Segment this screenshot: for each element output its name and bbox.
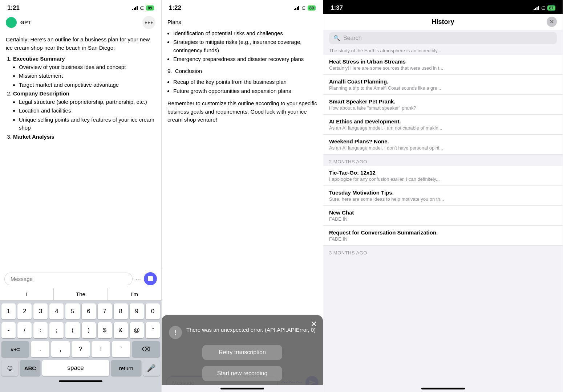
key-abc[interactable]: ABC bbox=[20, 360, 40, 376]
key-question[interactable]: ? bbox=[72, 341, 90, 357]
truncated-item[interactable]: The study of the Earth's atmosphere is a… bbox=[323, 46, 563, 55]
close-history-button[interactable]: ✕ bbox=[547, 17, 557, 27]
battery-badge-2: 89 bbox=[308, 5, 316, 11]
bottom-row: ☺ ABC space return 🎤 bbox=[1, 360, 160, 376]
key-dollar[interactable]: $ bbox=[98, 322, 112, 338]
section-2: Company Description Legal structure (sol… bbox=[13, 90, 155, 132]
list-item: Recap of the key points from the busines… bbox=[173, 78, 317, 86]
dots-button[interactable]: ··· bbox=[135, 275, 141, 283]
item-preview: I apologize for any confusion earlier. I… bbox=[329, 176, 557, 182]
home-bar-1 bbox=[0, 377, 161, 385]
status-bar-1: 1:21 ∈ 89 bbox=[0, 0, 161, 14]
suggestion-1[interactable]: I bbox=[0, 288, 54, 300]
history-list: The study of the Earth's atmosphere is a… bbox=[323, 46, 563, 385]
list-item: Strategies to mitigate risks (e.g., insu… bbox=[173, 38, 317, 54]
key-comma[interactable]: , bbox=[51, 341, 70, 357]
key-1[interactable]: 1 bbox=[1, 303, 16, 319]
status-time-3: 1:37 bbox=[331, 4, 343, 12]
key-slash[interactable]: / bbox=[17, 322, 32, 338]
search-bar[interactable]: 🔍 Search bbox=[329, 32, 557, 44]
key-colon[interactable]: : bbox=[33, 322, 48, 338]
key-amp[interactable]: & bbox=[114, 322, 128, 338]
key-hash[interactable]: #+= bbox=[1, 341, 29, 357]
gpt-avatar bbox=[6, 17, 17, 28]
message-input-1[interactable] bbox=[4, 273, 133, 285]
item-title: Weekend Plans? None. bbox=[329, 138, 557, 144]
signal-bar bbox=[297, 7, 298, 10]
key-period[interactable]: . bbox=[31, 341, 49, 357]
chat-content-1: Certainly! Here's an outline for a busin… bbox=[0, 31, 161, 269]
chat-header-1: GPT ••• bbox=[0, 14, 161, 31]
history-item[interactable]: Request for Conversation Summarization. … bbox=[323, 226, 563, 246]
key-7[interactable]: 7 bbox=[98, 303, 112, 319]
section-1-items: Overview of your business idea and conce… bbox=[13, 63, 155, 89]
key-3[interactable]: 3 bbox=[33, 303, 48, 319]
key-mic[interactable]: 🎤 bbox=[143, 360, 160, 376]
key-2[interactable]: 2 bbox=[17, 303, 32, 319]
history-item[interactable]: Heat Stress in Urban Streams Certainly! … bbox=[323, 55, 563, 75]
key-semicolon[interactable]: ; bbox=[49, 322, 64, 338]
status-bar-3: 1:37 ∈ 87 bbox=[323, 0, 563, 14]
error-content: ! There was an unexpected error. (API.AP… bbox=[169, 326, 316, 339]
key-at[interactable]: @ bbox=[130, 322, 144, 338]
history-item[interactable]: Smart Speaker Pet Prank. How about a fak… bbox=[323, 95, 563, 115]
key-8[interactable]: 8 bbox=[114, 303, 128, 319]
key-return[interactable]: return bbox=[111, 360, 141, 376]
history-title: History bbox=[339, 18, 547, 26]
error-overlay: ✕ ! There was an unexpected error. (API.… bbox=[162, 315, 323, 392]
item-preview: Planning a trip to the Amalfi Coast soun… bbox=[329, 85, 557, 91]
key-5[interactable]: 5 bbox=[65, 303, 80, 319]
item-preview: As an AI language model, I don't have pe… bbox=[329, 145, 557, 151]
list-item: Emergency preparedness and disaster reco… bbox=[173, 55, 317, 64]
signal-bar bbox=[137, 6, 138, 10]
key-lparen[interactable]: ( bbox=[65, 322, 80, 338]
key-rparen[interactable]: ) bbox=[82, 322, 96, 338]
suggestion-3[interactable]: I'm bbox=[108, 288, 161, 300]
history-item[interactable]: Amalfi Coast Planning. Planning a trip t… bbox=[323, 75, 563, 95]
key-space[interactable]: space bbox=[42, 360, 109, 376]
key-apostrophe[interactable]: ' bbox=[112, 341, 130, 357]
list-item: Location and facilities bbox=[19, 107, 155, 115]
key-emoji[interactable]: ☺ bbox=[1, 360, 18, 376]
key-delete[interactable]: ⌫ bbox=[132, 341, 160, 357]
history-item[interactable]: Tuesday Motivation Tips. Sure, here are … bbox=[323, 186, 563, 206]
wifi-icon-2: ∈ bbox=[301, 5, 305, 11]
item-title: Amalfi Coast Planning. bbox=[329, 78, 557, 85]
key-9[interactable]: 9 bbox=[130, 303, 144, 319]
signal-bar bbox=[298, 6, 299, 10]
history-item[interactable]: New Chat FADE IN: bbox=[323, 206, 563, 226]
signal-bars-1 bbox=[132, 6, 138, 10]
signal-bar bbox=[534, 9, 535, 10]
panel-1: 1:21 ∈ 89 GPT ••• Certainly! Here's an o… bbox=[0, 0, 162, 392]
stop-button[interactable] bbox=[144, 272, 157, 285]
signal-bar bbox=[538, 6, 539, 10]
item-preview: FADE IN: bbox=[329, 216, 557, 222]
key-6[interactable]: 6 bbox=[82, 303, 96, 319]
key-exclaim[interactable]: ! bbox=[92, 341, 110, 357]
history-item[interactable]: Tic-Tac-Go: 12x12 I apologize for any co… bbox=[323, 166, 563, 186]
signal-bar bbox=[132, 9, 133, 10]
home-bar-line bbox=[59, 380, 102, 382]
battery-badge-3: 87 bbox=[547, 5, 555, 11]
more-options-button[interactable]: ••• bbox=[142, 16, 155, 29]
key-4[interactable]: 4 bbox=[49, 303, 64, 319]
list-item: Overview of your business idea and conce… bbox=[19, 63, 155, 72]
suggestion-2[interactable]: The bbox=[54, 288, 108, 300]
retry-transcription-button[interactable]: Retry transcription bbox=[202, 345, 282, 360]
panel-3: 1:37 ∈ 87 History ✕ 🔍 Search The study o… bbox=[323, 0, 563, 392]
close-overlay-button[interactable]: ✕ bbox=[311, 319, 317, 329]
history-item[interactable]: Weekend Plans? None. As an AI language m… bbox=[323, 135, 563, 155]
num-row: 1 2 3 4 5 6 7 8 9 0 bbox=[1, 303, 160, 319]
item-title: AI Ethics and Development. bbox=[329, 118, 557, 124]
home-bar-line-3 bbox=[421, 388, 465, 389]
key-quote[interactable]: " bbox=[146, 322, 160, 338]
keyboard-suggestions: I The I'm bbox=[0, 288, 161, 301]
start-new-recording-button[interactable]: Start new recording bbox=[202, 366, 282, 381]
section-2-title: Company Description bbox=[13, 90, 69, 97]
section-3-title: Market Analysis bbox=[13, 134, 54, 140]
keyboard-1: I The I'm 1 2 3 4 5 6 7 8 9 0 - / : bbox=[0, 288, 161, 392]
key-0[interactable]: 0 bbox=[146, 303, 160, 319]
key-dash[interactable]: - bbox=[1, 322, 16, 338]
history-item[interactable]: AI Ethics and Development. As an AI lang… bbox=[323, 115, 563, 135]
sym-row: - / : ; ( ) $ & @ " bbox=[1, 322, 160, 338]
